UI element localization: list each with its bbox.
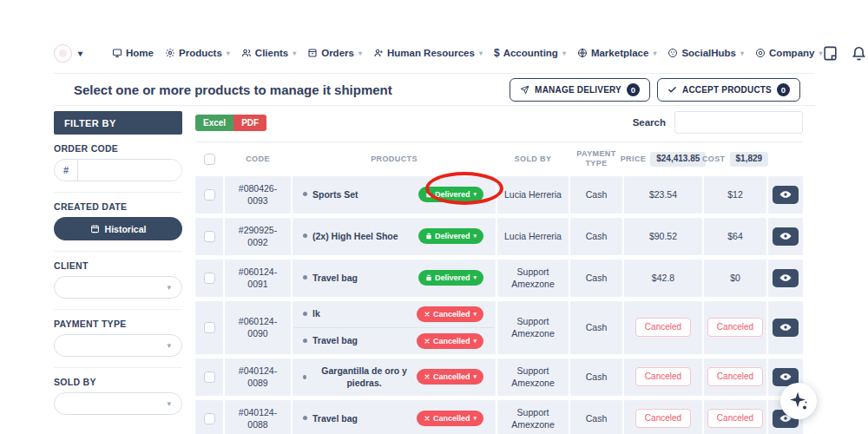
order-code-input[interactable] [78,160,181,181]
canceled-badge: Canceled [707,318,763,337]
chevron-down-icon: ▾ [653,49,656,57]
x-icon [424,373,431,380]
excel-export-button[interactable]: Excel [195,115,233,131]
page-title: Select one or more products to manage it… [74,82,392,97]
chevron-down-icon: ▾ [473,191,477,198]
note-icon [822,45,838,62]
view-order-button[interactable] [773,269,799,287]
price-cell: $23.54 [624,176,702,214]
view-order-button[interactable] [773,186,799,204]
select-all-checkbox[interactable] [204,154,215,165]
row-checkbox[interactable] [204,322,215,333]
status-dropdown-cancelled[interactable]: Cancelled ▾ [417,333,483,349]
notes-button[interactable] [822,45,838,62]
hub-icon [667,48,678,58]
chevron-down-icon: ▾ [167,283,171,292]
checkbox-cell [195,400,223,434]
nav-socialhubs[interactable]: SocialHubs ▾ [667,48,744,58]
header-products: PRODUCTS [293,155,496,164]
checkbox-cell [195,176,223,214]
bullet-icon [303,339,307,343]
nav-human-resources[interactable]: Human Resources ▾ [373,48,483,58]
header-cost: COST $1,829 [704,152,766,168]
historical-button[interactable]: Historical [54,217,182,240]
payment-type-select[interactable]: ▾ [54,334,182,357]
manage-delivery-button[interactable]: MANAGE DELIVERY 0 [510,78,650,102]
table-row: #060124-0090 lk Cancelled ▾ Travel bag C… [195,301,803,354]
pdf-export-button[interactable]: PDF [233,115,266,131]
status-dropdown-cancelled[interactable]: Cancelled ▾ [417,411,483,426]
x-icon [424,415,431,422]
order-code-field: # [54,159,182,181]
accept-products-button[interactable]: ACCEPT PRODUCTS 0 [657,78,800,102]
sold-by-label: SOLD BY [54,377,182,387]
assistant-button[interactable] [780,383,817,419]
status-dropdown-delivered[interactable]: Delivered ▾ [418,228,483,244]
manage-delivery-count: 0 [627,83,640,96]
canceled-badge: Canceled [635,367,691,386]
row-checkbox[interactable] [204,231,215,242]
canceled-badge: Canceled [707,409,763,428]
eye-icon [779,321,792,333]
chevron-down-icon: ▾ [562,49,566,57]
cost-cell: $0 [704,260,766,297]
actions-cell [768,176,803,214]
status-dropdown-delivered[interactable]: Delivered ▾ [418,187,483,202]
header-price: PRICE $24,413.85 [624,152,702,168]
nav-clients[interactable]: Clients ▾ [241,48,296,58]
company-icon [755,48,766,58]
search-label: Search [633,117,666,128]
canceled-badge: Canceled [635,409,691,428]
divider [54,192,182,193]
brand-menu[interactable]: ▾ [54,44,82,62]
header-actions: MANAGE DELIVERY 0 ACCEPT PRODUCTS 0 [510,78,800,102]
divider [54,367,182,368]
dollar-icon: $ [494,47,500,59]
row-checkbox[interactable] [204,413,215,424]
view-order-button[interactable] [773,227,799,246]
view-order-button[interactable] [773,319,799,337]
row-checkbox[interactable] [204,189,215,201]
nav-marketplace[interactable]: Marketplace ▾ [577,48,657,58]
client-select[interactable]: ▾ [54,276,182,299]
payment-cell: Cash [570,400,622,434]
sold-by-select[interactable]: ▾ [54,392,182,415]
table-row: #290925-0092 (2x) High Heel Shoe Deliver… [195,218,803,255]
status-dropdown-cancelled[interactable]: Cancelled ▾ [417,369,483,385]
bullet-icon [303,416,307,420]
bullet-icon [303,312,307,316]
paper-plane-icon [520,85,529,95]
chevron-down-icon: ▾ [293,49,296,57]
client-label: CLIENT [54,260,182,271]
chevron-down-icon: ▾ [227,49,230,57]
notifications-button[interactable] [851,45,867,62]
search-input[interactable] [674,111,803,134]
nav-products[interactable]: Products ▾ [165,48,230,58]
sold-by-cell: Support Amexzone [497,400,569,434]
x-icon [424,338,431,345]
table-row: #040124-0089 Gargantilla de oro y piedra… [195,358,803,396]
code-cell: #060124-0091 [225,260,291,297]
row-checkbox[interactable] [204,372,215,383]
people-icon [241,48,252,58]
gear-icon [165,48,175,58]
cost-cell: Canceled [704,400,766,434]
top-navbar: ▾ Home Products ▾ Clients ▾ Orders ▾ Hum… [54,39,814,67]
chevron-down-icon: ▾ [473,311,477,318]
nav-company[interactable]: Company ▾ [755,48,822,58]
status-dropdown-cancelled[interactable]: Cancelled ▾ [417,306,483,322]
row-checkbox[interactable] [204,273,215,284]
nav-orders[interactable]: Orders ▾ [307,48,362,58]
table-row: #040124-0088 Travel bag Cancelled ▾ Supp… [195,400,803,434]
sparkle-icon [788,391,809,411]
nav-home[interactable]: Home [112,48,154,58]
nav-accounting[interactable]: $ Accounting ▾ [494,47,566,59]
products-cell: lk Cancelled ▾ Travel bag Cancelled ▾ [293,301,496,354]
eye-icon [779,188,792,201]
chevron-down-icon: ▾ [479,49,483,57]
x-icon [424,311,431,318]
canceled-badge: Canceled [635,318,691,337]
globe-icon [577,48,588,58]
status-dropdown-delivered[interactable]: Delivered ▾ [418,270,483,286]
bell-icon [851,45,867,62]
